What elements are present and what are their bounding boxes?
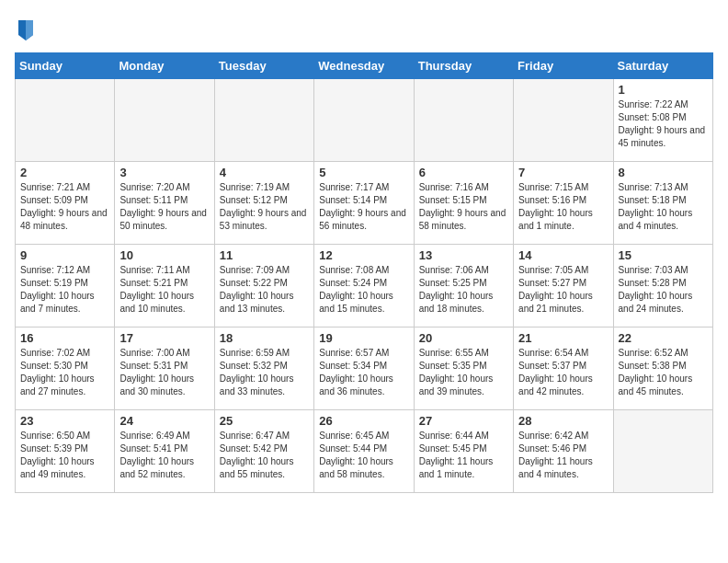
calendar-day: 22Sunrise: 6:52 AM Sunset: 5:38 PM Dayli… [613,327,712,410]
day-number: 23 [20,414,109,428]
day-info: Sunrise: 7:03 AM Sunset: 5:28 PM Dayligh… [619,264,708,316]
header-friday: Friday [514,53,613,79]
calendar-day: 27Sunrise: 6:44 AM Sunset: 5:45 PM Dayli… [414,410,513,493]
day-number: 11 [220,248,309,262]
day-info: Sunrise: 7:22 AM Sunset: 5:08 PM Dayligh… [619,98,708,150]
day-info: Sunrise: 7:06 AM Sunset: 5:25 PM Dayligh… [419,264,508,316]
day-number: 20 [419,331,508,345]
calendar-week-3: 9Sunrise: 7:12 AM Sunset: 5:19 PM Daylig… [16,245,713,327]
day-number: 3 [119,166,209,179]
day-number: 12 [319,248,408,262]
day-info: Sunrise: 7:09 AM Sunset: 5:22 PM Dayligh… [220,264,309,316]
logo-icon [17,18,35,40]
day-info: Sunrise: 6:49 AM Sunset: 5:41 PM Dayligh… [119,430,209,481]
calendar-day [214,79,313,162]
calendar-day: 17Sunrise: 7:00 AM Sunset: 5:31 PM Dayli… [115,327,214,410]
day-info: Sunrise: 6:47 AM Sunset: 5:42 PM Dayligh… [220,430,309,481]
day-info: Sunrise: 7:19 AM Sunset: 5:12 PM Dayligh… [220,181,309,233]
day-info: Sunrise: 6:59 AM Sunset: 5:32 PM Dayligh… [220,347,309,398]
day-info: Sunrise: 7:11 AM Sunset: 5:21 PM Dayligh… [119,264,209,316]
day-info: Sunrise: 6:57 AM Sunset: 5:34 PM Dayligh… [319,347,408,398]
calendar-week-5: 23Sunrise: 6:50 AM Sunset: 5:39 PM Dayli… [16,410,713,493]
day-number: 19 [319,331,408,345]
calendar-day: 12Sunrise: 7:08 AM Sunset: 5:24 PM Dayli… [314,245,414,327]
day-number: 26 [319,414,408,428]
calendar-day [613,410,712,493]
calendar-day: 26Sunrise: 6:45 AM Sunset: 5:44 PM Dayli… [314,410,414,493]
calendar-day: 2Sunrise: 7:21 AM Sunset: 5:09 PM Daylig… [16,162,115,245]
header-tuesday: Tuesday [214,53,313,79]
calendar-day: 10Sunrise: 7:11 AM Sunset: 5:21 PM Dayli… [115,245,214,327]
day-number: 5 [319,166,408,179]
header-sunday: Sunday [16,53,115,79]
day-info: Sunrise: 7:05 AM Sunset: 5:27 PM Dayligh… [518,264,608,316]
day-number: 27 [419,414,508,428]
header-monday: Monday [115,53,214,79]
day-info: Sunrise: 7:15 AM Sunset: 5:16 PM Dayligh… [518,181,608,233]
calendar-week-2: 2Sunrise: 7:21 AM Sunset: 5:09 PM Daylig… [16,162,713,245]
calendar-day: 1Sunrise: 7:22 AM Sunset: 5:08 PM Daylig… [613,79,712,162]
calendar-day: 3Sunrise: 7:20 AM Sunset: 5:11 PM Daylig… [115,162,214,245]
calendar-day: 24Sunrise: 6:49 AM Sunset: 5:41 PM Dayli… [115,410,214,493]
day-info: Sunrise: 6:45 AM Sunset: 5:44 PM Dayligh… [319,430,408,481]
calendar-day: 28Sunrise: 6:42 AM Sunset: 5:46 PM Dayli… [514,410,613,493]
header-wednesday: Wednesday [314,53,414,79]
day-info: Sunrise: 7:21 AM Sunset: 5:09 PM Dayligh… [20,181,109,233]
calendar-day [16,79,115,162]
day-info: Sunrise: 7:12 AM Sunset: 5:19 PM Dayligh… [20,264,109,316]
day-info: Sunrise: 6:54 AM Sunset: 5:37 PM Dayligh… [518,347,608,398]
calendar-day: 23Sunrise: 6:50 AM Sunset: 5:39 PM Dayli… [16,410,115,493]
calendar-day: 15Sunrise: 7:03 AM Sunset: 5:28 PM Dayli… [613,245,712,327]
day-number: 9 [20,248,109,262]
calendar-week-1: 1Sunrise: 7:22 AM Sunset: 5:08 PM Daylig… [16,79,713,162]
day-number: 16 [20,331,109,345]
calendar-day: 6Sunrise: 7:16 AM Sunset: 5:15 PM Daylig… [414,162,513,245]
calendar-day: 4Sunrise: 7:19 AM Sunset: 5:12 PM Daylig… [214,162,313,245]
day-number: 10 [119,248,209,262]
day-info: Sunrise: 7:02 AM Sunset: 5:30 PM Dayligh… [20,347,109,398]
calendar-day: 14Sunrise: 7:05 AM Sunset: 5:27 PM Dayli… [514,245,613,327]
day-number: 14 [518,248,608,262]
calendar-day: 13Sunrise: 7:06 AM Sunset: 5:25 PM Dayli… [414,245,513,327]
day-number: 8 [619,166,708,179]
day-number: 4 [220,166,309,179]
day-number: 17 [119,331,209,345]
calendar-day: 16Sunrise: 7:02 AM Sunset: 5:30 PM Dayli… [16,327,115,410]
page-header [15,15,713,45]
day-number: 2 [20,166,109,179]
day-info: Sunrise: 7:20 AM Sunset: 5:11 PM Dayligh… [119,181,209,233]
day-number: 28 [518,414,608,428]
day-info: Sunrise: 6:42 AM Sunset: 5:46 PM Dayligh… [518,430,608,481]
day-info: Sunrise: 7:13 AM Sunset: 5:18 PM Dayligh… [619,181,708,233]
calendar-table: SundayMondayTuesdayWednesdayThursdayFrid… [15,52,713,493]
day-info: Sunrise: 7:00 AM Sunset: 5:31 PM Dayligh… [119,347,209,398]
header-thursday: Thursday [414,53,513,79]
calendar-day: 21Sunrise: 6:54 AM Sunset: 5:37 PM Dayli… [514,327,613,410]
calendar-day: 9Sunrise: 7:12 AM Sunset: 5:19 PM Daylig… [16,245,115,327]
calendar-day [514,79,613,162]
day-number: 18 [220,331,309,345]
svg-marker-1 [26,20,33,40]
day-number: 24 [119,414,209,428]
calendar-day: 20Sunrise: 6:55 AM Sunset: 5:35 PM Dayli… [414,327,513,410]
calendar-day [314,79,414,162]
day-info: Sunrise: 6:52 AM Sunset: 5:38 PM Dayligh… [619,347,708,398]
day-number: 15 [619,248,708,262]
day-number: 25 [220,414,309,428]
calendar-day: 7Sunrise: 7:15 AM Sunset: 5:16 PM Daylig… [514,162,613,245]
day-number: 6 [419,166,508,179]
day-number: 1 [619,83,708,97]
logo [15,18,35,45]
calendar-header-row: SundayMondayTuesdayWednesdayThursdayFrid… [16,53,713,79]
day-number: 21 [518,331,608,345]
day-info: Sunrise: 6:50 AM Sunset: 5:39 PM Dayligh… [20,430,109,481]
day-info: Sunrise: 7:17 AM Sunset: 5:14 PM Dayligh… [319,181,408,233]
day-number: 13 [419,248,508,262]
calendar-day: 25Sunrise: 6:47 AM Sunset: 5:42 PM Dayli… [214,410,313,493]
day-info: Sunrise: 7:08 AM Sunset: 5:24 PM Dayligh… [319,264,408,316]
day-info: Sunrise: 7:16 AM Sunset: 5:15 PM Dayligh… [419,181,508,233]
calendar-day: 11Sunrise: 7:09 AM Sunset: 5:22 PM Dayli… [214,245,313,327]
day-info: Sunrise: 6:44 AM Sunset: 5:45 PM Dayligh… [419,430,508,481]
day-number: 22 [619,331,708,345]
day-number: 7 [518,166,608,179]
